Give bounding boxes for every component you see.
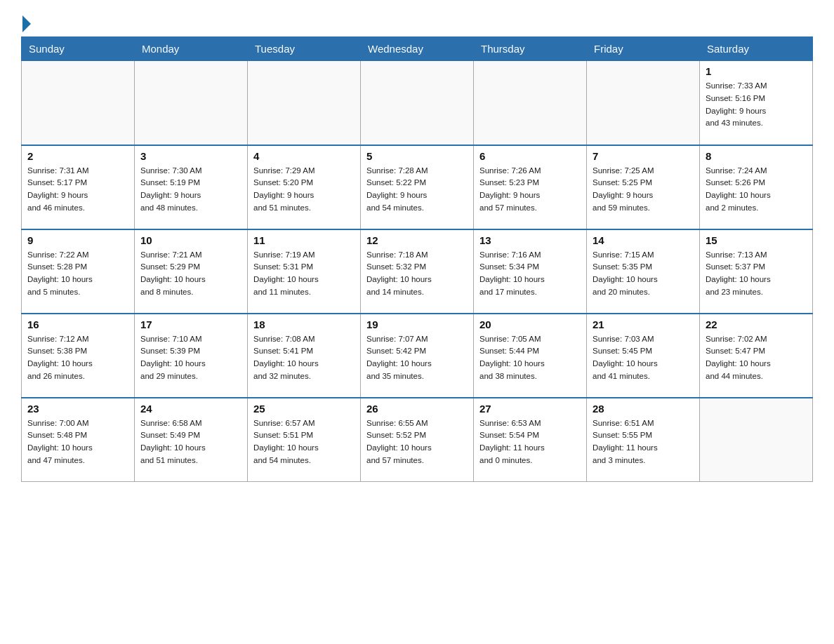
day-number: 6 <box>479 150 581 162</box>
calendar-cell: 24Sunrise: 6:58 AM Sunset: 5:49 PM Dayli… <box>135 398 248 482</box>
day-number: 4 <box>253 150 355 162</box>
day-info: Sunrise: 7:15 AM Sunset: 5:35 PM Dayligh… <box>593 249 694 299</box>
calendar-cell: 27Sunrise: 6:53 AM Sunset: 5:54 PM Dayli… <box>474 398 587 482</box>
calendar-table: SundayMondayTuesdayWednesdayThursdayFrid… <box>21 36 813 482</box>
day-number: 1 <box>706 65 807 77</box>
day-number: 24 <box>140 403 241 415</box>
day-number: 2 <box>27 150 128 162</box>
day-info: Sunrise: 7:21 AM Sunset: 5:29 PM Dayligh… <box>140 249 241 299</box>
calendar-cell <box>474 61 587 145</box>
day-info: Sunrise: 6:53 AM Sunset: 5:54 PM Dayligh… <box>479 417 581 467</box>
day-info: Sunrise: 7:12 AM Sunset: 5:38 PM Dayligh… <box>27 333 128 383</box>
weekday-header-saturday: Saturday <box>700 37 813 61</box>
calendar-cell: 16Sunrise: 7:12 AM Sunset: 5:38 PM Dayli… <box>22 314 135 398</box>
logo <box>21 14 31 29</box>
day-number: 25 <box>253 403 355 415</box>
day-info: Sunrise: 7:19 AM Sunset: 5:31 PM Dayligh… <box>253 249 355 299</box>
calendar-cell: 7Sunrise: 7:25 AM Sunset: 5:25 PM Daylig… <box>587 145 700 229</box>
calendar-cell: 14Sunrise: 7:15 AM Sunset: 5:35 PM Dayli… <box>587 229 700 314</box>
day-info: Sunrise: 7:33 AM Sunset: 5:16 PM Dayligh… <box>706 80 807 130</box>
day-number: 11 <box>253 234 355 246</box>
calendar-cell <box>135 61 248 145</box>
day-info: Sunrise: 6:55 AM Sunset: 5:52 PM Dayligh… <box>366 417 468 467</box>
day-info: Sunrise: 6:58 AM Sunset: 5:49 PM Dayligh… <box>140 417 241 467</box>
calendar-cell: 28Sunrise: 6:51 AM Sunset: 5:55 PM Dayli… <box>587 398 700 482</box>
weekday-header-tuesday: Tuesday <box>248 37 361 61</box>
calendar-cell: 5Sunrise: 7:28 AM Sunset: 5:22 PM Daylig… <box>361 145 474 229</box>
day-number: 19 <box>366 318 468 330</box>
calendar-cell: 4Sunrise: 7:29 AM Sunset: 5:20 PM Daylig… <box>248 145 361 229</box>
day-number: 3 <box>140 150 241 162</box>
day-number: 21 <box>593 318 694 330</box>
calendar-cell: 23Sunrise: 7:00 AM Sunset: 5:48 PM Dayli… <box>22 398 135 482</box>
calendar-cell <box>700 398 813 482</box>
day-info: Sunrise: 7:05 AM Sunset: 5:44 PM Dayligh… <box>479 333 581 383</box>
day-info: Sunrise: 6:51 AM Sunset: 5:55 PM Dayligh… <box>593 417 694 467</box>
day-info: Sunrise: 7:29 AM Sunset: 5:20 PM Dayligh… <box>253 165 355 215</box>
day-info: Sunrise: 7:10 AM Sunset: 5:39 PM Dayligh… <box>140 333 241 383</box>
day-info: Sunrise: 7:16 AM Sunset: 5:34 PM Dayligh… <box>479 249 581 299</box>
day-number: 10 <box>140 234 241 246</box>
day-number: 5 <box>366 150 468 162</box>
calendar-cell: 8Sunrise: 7:24 AM Sunset: 5:26 PM Daylig… <box>700 145 813 229</box>
day-number: 12 <box>366 234 468 246</box>
calendar-cell: 19Sunrise: 7:07 AM Sunset: 5:42 PM Dayli… <box>361 314 474 398</box>
day-info: Sunrise: 7:13 AM Sunset: 5:37 PM Dayligh… <box>706 249 807 299</box>
day-info: Sunrise: 7:25 AM Sunset: 5:25 PM Dayligh… <box>593 165 694 215</box>
day-number: 15 <box>706 234 807 246</box>
calendar-cell: 18Sunrise: 7:08 AM Sunset: 5:41 PM Dayli… <box>248 314 361 398</box>
calendar-cell: 22Sunrise: 7:02 AM Sunset: 5:47 PM Dayli… <box>700 314 813 398</box>
day-info: Sunrise: 7:00 AM Sunset: 5:48 PM Dayligh… <box>27 417 128 467</box>
calendar-cell: 3Sunrise: 7:30 AM Sunset: 5:19 PM Daylig… <box>135 145 248 229</box>
calendar-cell: 2Sunrise: 7:31 AM Sunset: 5:17 PM Daylig… <box>22 145 135 229</box>
day-info: Sunrise: 7:28 AM Sunset: 5:22 PM Dayligh… <box>366 165 468 215</box>
day-info: Sunrise: 7:07 AM Sunset: 5:42 PM Dayligh… <box>366 333 468 383</box>
day-number: 26 <box>366 403 468 415</box>
calendar-cell: 10Sunrise: 7:21 AM Sunset: 5:29 PM Dayli… <box>135 229 248 314</box>
calendar-cell: 21Sunrise: 7:03 AM Sunset: 5:45 PM Dayli… <box>587 314 700 398</box>
day-info: Sunrise: 7:31 AM Sunset: 5:17 PM Dayligh… <box>27 165 128 215</box>
weekday-header-monday: Monday <box>135 37 248 61</box>
calendar-cell: 1Sunrise: 7:33 AM Sunset: 5:16 PM Daylig… <box>700 61 813 145</box>
day-number: 8 <box>706 150 807 162</box>
calendar-cell: 13Sunrise: 7:16 AM Sunset: 5:34 PM Dayli… <box>474 229 587 314</box>
calendar-cell <box>22 61 135 145</box>
day-info: Sunrise: 7:30 AM Sunset: 5:19 PM Dayligh… <box>140 165 241 215</box>
day-info: Sunrise: 7:26 AM Sunset: 5:23 PM Dayligh… <box>479 165 581 215</box>
day-info: Sunrise: 7:03 AM Sunset: 5:45 PM Dayligh… <box>593 333 694 383</box>
day-number: 28 <box>593 403 694 415</box>
day-number: 16 <box>27 318 128 330</box>
calendar-week-row-3: 9Sunrise: 7:22 AM Sunset: 5:28 PM Daylig… <box>22 229 813 314</box>
day-number: 13 <box>479 234 581 246</box>
calendar-cell: 9Sunrise: 7:22 AM Sunset: 5:28 PM Daylig… <box>22 229 135 314</box>
day-info: Sunrise: 7:18 AM Sunset: 5:32 PM Dayligh… <box>366 249 468 299</box>
logo-arrow-icon <box>22 15 31 32</box>
day-number: 23 <box>27 403 128 415</box>
calendar-cell: 25Sunrise: 6:57 AM Sunset: 5:51 PM Dayli… <box>248 398 361 482</box>
day-info: Sunrise: 7:08 AM Sunset: 5:41 PM Dayligh… <box>253 333 355 383</box>
weekday-header-thursday: Thursday <box>474 37 587 61</box>
day-number: 17 <box>140 318 241 330</box>
calendar-week-row-1: 1Sunrise: 7:33 AM Sunset: 5:16 PM Daylig… <box>22 61 813 145</box>
calendar-cell: 12Sunrise: 7:18 AM Sunset: 5:32 PM Dayli… <box>361 229 474 314</box>
calendar-cell: 26Sunrise: 6:55 AM Sunset: 5:52 PM Dayli… <box>361 398 474 482</box>
weekday-header-sunday: Sunday <box>22 37 135 61</box>
calendar-cell <box>248 61 361 145</box>
calendar-cell: 17Sunrise: 7:10 AM Sunset: 5:39 PM Dayli… <box>135 314 248 398</box>
weekday-header-row: SundayMondayTuesdayWednesdayThursdayFrid… <box>22 37 813 61</box>
day-number: 22 <box>706 318 807 330</box>
calendar-cell: 15Sunrise: 7:13 AM Sunset: 5:37 PM Dayli… <box>700 229 813 314</box>
day-number: 9 <box>27 234 128 246</box>
day-info: Sunrise: 6:57 AM Sunset: 5:51 PM Dayligh… <box>253 417 355 467</box>
weekday-header-friday: Friday <box>587 37 700 61</box>
calendar-cell <box>361 61 474 145</box>
day-number: 14 <box>593 234 694 246</box>
day-number: 27 <box>479 403 581 415</box>
weekday-header-wednesday: Wednesday <box>361 37 474 61</box>
calendar-week-row-2: 2Sunrise: 7:31 AM Sunset: 5:17 PM Daylig… <box>22 145 813 229</box>
calendar-cell: 20Sunrise: 7:05 AM Sunset: 5:44 PM Dayli… <box>474 314 587 398</box>
day-number: 20 <box>479 318 581 330</box>
day-number: 18 <box>253 318 355 330</box>
calendar-cell: 11Sunrise: 7:19 AM Sunset: 5:31 PM Dayli… <box>248 229 361 314</box>
calendar-cell <box>587 61 700 145</box>
